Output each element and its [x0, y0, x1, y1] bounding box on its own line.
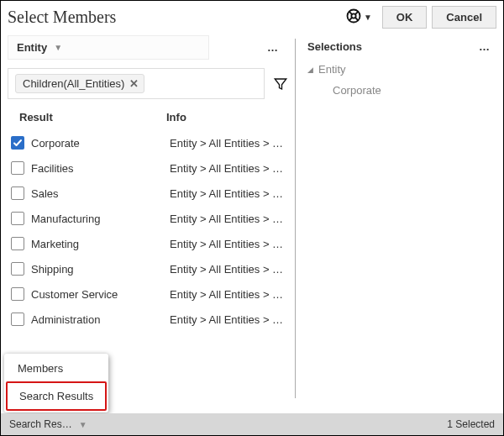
result-name: Marketing [31, 238, 170, 250]
result-row[interactable]: Customer ServiceEntity > All Entities > … [8, 281, 288, 307]
result-row[interactable]: SalesEntity > All Entities > … [8, 181, 288, 206]
result-info: Entity > All Entities > … [170, 263, 288, 276]
filter-chip-label: Children(All_Entities) [23, 77, 124, 90]
svg-point-1 [351, 13, 355, 18]
dimension-label: Entity [17, 41, 47, 54]
selections-pane: Selections … ◢ Entity Corporate [296, 32, 503, 413]
selections-tree: ◢ Entity Corporate [307, 63, 496, 97]
dialog-title: Select Members [8, 8, 345, 27]
result-checkbox[interactable] [11, 186, 24, 200]
result-row[interactable]: ShippingEntity > All Entities > … [8, 256, 288, 281]
cancel-button[interactable]: Cancel [432, 6, 496, 29]
view-switch-popup: MembersSearch Results [4, 354, 108, 412]
result-list: CorporateEntity > All Entities > …Facili… [8, 130, 288, 332]
column-info-header: Info [166, 111, 288, 123]
result-name: Sales [31, 187, 170, 200]
result-info: Entity > All Entities > … [170, 238, 288, 250]
result-name: Facilities [31, 162, 170, 175]
result-info: Entity > All Entities > … [170, 313, 288, 326]
result-info: Entity > All Entities > … [170, 213, 288, 225]
dimension-row: Entity ▼ … [8, 35, 288, 60]
result-info: Entity > All Entities > … [170, 137, 288, 150]
caret-down-icon: ◢ [307, 66, 313, 74]
column-result-header: Result [19, 111, 166, 123]
selections-header: Selections … [307, 35, 496, 53]
remove-chip-icon[interactable]: ✕ [129, 77, 139, 90]
footer-tab-label: Search Res… [9, 418, 72, 430]
popup-item[interactable]: Members [6, 355, 107, 381]
result-checkbox[interactable] [11, 161, 24, 175]
selected-count: 1 Selected [447, 418, 495, 430]
result-checkbox[interactable] [11, 262, 24, 276]
filter-icon[interactable] [273, 76, 288, 92]
result-name: Administration [31, 313, 170, 326]
result-name: Shipping [31, 263, 170, 276]
filter-chip-container: Children(All_Entities) ✕ [8, 68, 265, 99]
caret-down-icon: ▼ [79, 420, 87, 429]
result-columns-header: Result Info [8, 99, 288, 129]
tree-child[interactable]: Corporate [333, 84, 496, 97]
tree-root[interactable]: ◢ Entity [307, 63, 496, 76]
result-checkbox[interactable] [11, 237, 24, 250]
result-info: Entity > All Entities > … [170, 162, 288, 175]
result-name: Manufacturing [31, 213, 170, 225]
ok-button[interactable]: OK [382, 6, 428, 29]
result-info: Entity > All Entities > … [170, 288, 288, 301]
dialog-body: Entity ▼ … Children(All_Entities) ✕ [1, 32, 503, 413]
more-actions-button[interactable]: … [262, 41, 285, 54]
result-name: Customer Service [31, 288, 170, 301]
result-checkbox[interactable] [11, 287, 24, 301]
popup-item[interactable]: Search Results [6, 381, 107, 411]
left-pane: Entity ▼ … Children(All_Entities) ✕ [1, 32, 295, 413]
dialog-footer: Search Res… ▼ 1 Selected [1, 413, 503, 435]
settings-menu[interactable]: ▼ [345, 8, 372, 27]
filter-chip[interactable]: Children(All_Entities) ✕ [15, 74, 144, 93]
svg-line-3 [355, 12, 359, 14]
help-icon [345, 8, 362, 27]
selections-more-button[interactable]: … [474, 40, 496, 53]
dialog-header: Select Members ▼ OK Cancel [1, 1, 503, 32]
dimension-selector[interactable]: Entity ▼ [8, 35, 209, 60]
result-row[interactable]: MarketingEntity > All Entities > … [8, 231, 288, 256]
result-info: Entity > All Entities > … [170, 187, 288, 200]
result-row[interactable]: ManufacturingEntity > All Entities > … [8, 206, 288, 231]
svg-line-4 [349, 18, 353, 21]
caret-down-icon: ▼ [364, 13, 372, 22]
result-row[interactable]: FacilitiesEntity > All Entities > … [8, 155, 288, 181]
svg-line-2 [349, 12, 353, 14]
result-checkbox[interactable] [11, 136, 24, 150]
svg-line-5 [355, 18, 359, 21]
result-checkbox[interactable] [11, 212, 24, 225]
caret-down-icon: ▼ [54, 43, 62, 52]
selections-heading: Selections [307, 40, 362, 53]
result-row[interactable]: AdministrationEntity > All Entities > … [8, 307, 288, 332]
result-row[interactable]: CorporateEntity > All Entities > … [8, 130, 288, 155]
header-buttons: ▼ OK Cancel [345, 6, 496, 29]
filter-chip-row: Children(All_Entities) ✕ [8, 68, 288, 99]
footer-tab[interactable]: Search Res… ▼ [9, 418, 87, 430]
tree-root-label: Entity [318, 63, 346, 76]
result-name: Corporate [31, 137, 170, 150]
select-members-dialog: Select Members ▼ OK Cancel [0, 0, 504, 436]
result-checkbox[interactable] [11, 313, 24, 326]
